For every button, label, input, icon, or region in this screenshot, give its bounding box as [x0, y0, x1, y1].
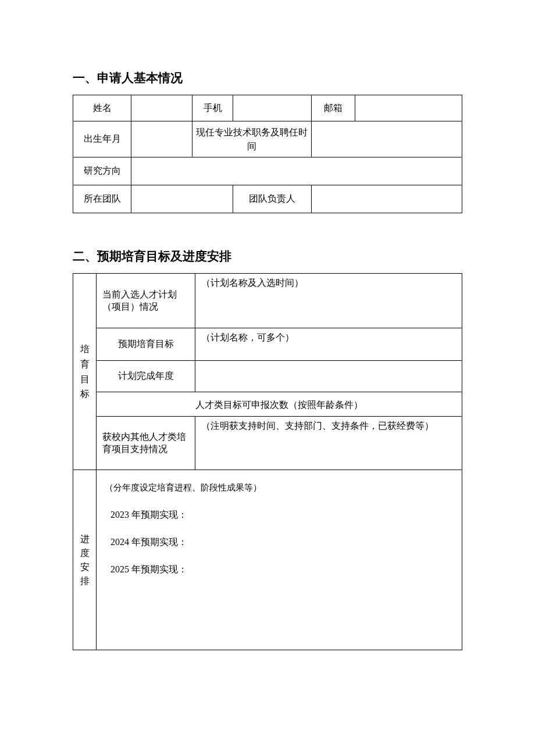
value-completion-year[interactable] — [195, 361, 462, 392]
label-leader: 团队负责人 — [233, 185, 312, 213]
value-expected-goal[interactable]: （计划名称，可多个） — [195, 328, 462, 361]
label-current-plan: 当前入选人才计划（项目）情况 — [97, 274, 195, 328]
value-research[interactable] — [131, 157, 462, 185]
label-expected-goal: 预期培育目标 — [97, 328, 195, 361]
section-2-heading: 二、预期培育目标及进度安排 — [73, 248, 462, 264]
label-other-support: 获校内其他人才类培育项目支持情况 — [97, 417, 195, 470]
label-team: 所在团队 — [73, 185, 131, 213]
label-completion-year: 计划完成年度 — [97, 361, 195, 392]
value-leader[interactable] — [312, 185, 462, 213]
section-goal-plan: 二、预期培育目标及进度安排 培育目标 当前入选人才计划（项目）情况 （计划名称及… — [73, 248, 462, 650]
vheader-plan: 进度安排 — [73, 470, 97, 650]
plan-note: （分年度设定培育进程、阶段性成果等） — [105, 478, 454, 497]
plan-2024: 2024 年预期实现： — [108, 532, 454, 552]
label-phone: 手机 — [192, 95, 233, 121]
plan-content-cell[interactable]: （分年度设定培育进程、阶段性成果等） 2023 年预期实现： 2024 年预期实… — [97, 470, 462, 650]
value-email[interactable] — [355, 95, 462, 121]
section-applicant-basic: 一、申请人基本情况 姓名 手机 邮箱 出生年月 现任专业技术职务及聘任时间 研究… — [73, 70, 462, 213]
applicant-table: 姓名 手机 邮箱 出生年月 现任专业技术职务及聘任时间 研究方向 所在团队 团队… — [73, 95, 462, 213]
label-apply-times: 人才类目标可申报次数（按照年龄条件） — [97, 392, 462, 417]
value-birth[interactable] — [131, 121, 192, 157]
label-position: 现任专业技术职务及聘任时间 — [192, 121, 312, 157]
label-birth: 出生年月 — [73, 121, 131, 157]
goal-plan-table: 培育目标 当前入选人才计划（项目）情况 （计划名称及入选时间） 预期培育目标 （… — [73, 273, 462, 650]
value-other-support[interactable]: （注明获支持时间、支持部门、支持条件，已获经费等） — [195, 417, 462, 470]
plan-2025: 2025 年预期实现： — [108, 559, 454, 579]
value-name[interactable] — [131, 95, 192, 121]
label-research: 研究方向 — [73, 157, 131, 185]
section-1-heading: 一、申请人基本情况 — [73, 70, 462, 86]
label-name: 姓名 — [73, 95, 131, 121]
value-current-plan[interactable]: （计划名称及入选时间） — [195, 274, 462, 328]
value-team[interactable] — [131, 185, 233, 213]
vheader-goal: 培育目标 — [73, 274, 97, 470]
value-position[interactable] — [312, 121, 462, 157]
plan-2023: 2023 年预期实现： — [108, 504, 454, 525]
label-email: 邮箱 — [312, 95, 355, 121]
value-phone[interactable] — [233, 95, 312, 121]
